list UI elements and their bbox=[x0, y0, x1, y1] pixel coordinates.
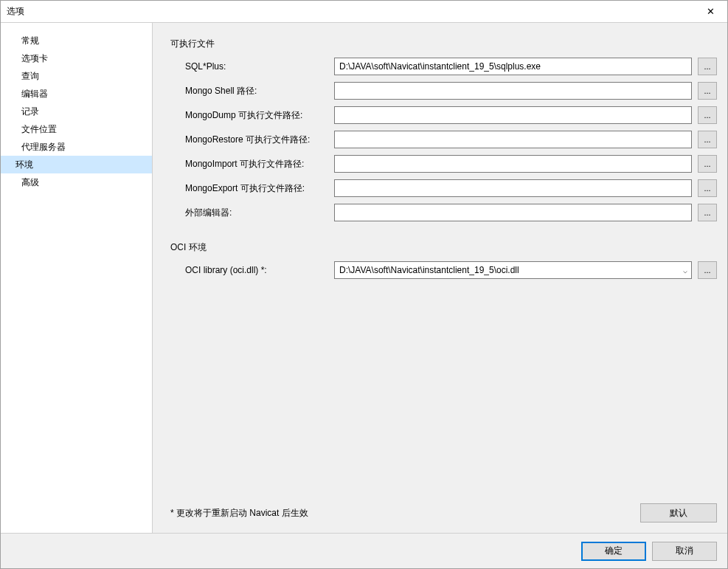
field-row-mongo-shell: Mongo Shell 路径: ... bbox=[170, 82, 717, 100]
section-title-oci: OCI 环境 bbox=[170, 241, 717, 254]
select-oci-library[interactable] bbox=[334, 261, 692, 279]
field-row-mongorestore: MongoRestore 可执行文件路径: ... bbox=[170, 131, 717, 148]
dialog-body: 常规 选项卡 查询 编辑器 记录 文件位置 代理服务器 环境 高级 可执行文件 … bbox=[1, 23, 727, 533]
browse-button-mongoexport[interactable]: ... bbox=[698, 179, 717, 197]
input-mongo-shell[interactable] bbox=[334, 82, 692, 100]
close-icon: ✕ bbox=[707, 6, 715, 17]
browse-button-external-editor[interactable]: ... bbox=[698, 204, 717, 221]
sidebar-item-general[interactable]: 常规 bbox=[1, 32, 152, 49]
field-row-mongoexport: MongoExport 可执行文件路径: ... bbox=[170, 179, 717, 197]
input-mongorestore[interactable] bbox=[334, 131, 692, 148]
restart-notice: * 更改将于重新启动 Navicat 后生效 bbox=[170, 507, 308, 520]
field-row-oci-library: OCI library (oci.dll) *: ⌵ ... bbox=[170, 261, 717, 279]
sidebar-item-query[interactable]: 查询 bbox=[1, 67, 152, 85]
input-sqlplus[interactable] bbox=[334, 58, 692, 75]
label-oci-library: OCI library (oci.dll) *: bbox=[170, 265, 334, 275]
sidebar-item-editor[interactable]: 编辑器 bbox=[1, 85, 152, 103]
label-mongorestore: MongoRestore 可执行文件路径: bbox=[170, 134, 334, 146]
options-dialog: 选项 ✕ 常规 选项卡 查询 编辑器 记录 文件位置 代理服务器 环境 高级 可… bbox=[0, 0, 728, 569]
sidebar-item-environment[interactable]: 环境 bbox=[1, 156, 152, 173]
bottom-area: * 更改将于重新启动 Navicat 后生效 默认 bbox=[153, 503, 727, 533]
label-mongoexport: MongoExport 可执行文件路径: bbox=[170, 182, 334, 195]
input-mongoimport[interactable] bbox=[334, 155, 692, 173]
sidebar-item-advanced[interactable]: 高级 bbox=[1, 173, 152, 191]
browse-button-sqlplus[interactable]: ... bbox=[698, 58, 717, 75]
browse-button-oci-library[interactable]: ... bbox=[698, 261, 717, 279]
browse-button-mongo-shell[interactable]: ... bbox=[698, 82, 717, 100]
dialog-footer: 确定 取消 bbox=[1, 533, 727, 568]
sidebar: 常规 选项卡 查询 编辑器 记录 文件位置 代理服务器 环境 高级 bbox=[1, 23, 153, 533]
window-title: 选项 bbox=[7, 5, 24, 18]
main-panel: 可执行文件 SQL*Plus: ... Mongo Shell 路径: ... … bbox=[153, 23, 727, 533]
label-external-editor: 外部编辑器: bbox=[170, 207, 334, 219]
field-row-mongodump: MongoDump 可执行文件路径: ... bbox=[170, 106, 717, 124]
ok-button[interactable]: 确定 bbox=[581, 542, 646, 561]
browse-button-mongoimport[interactable]: ... bbox=[698, 155, 717, 173]
sidebar-item-file-locations[interactable]: 文件位置 bbox=[1, 120, 152, 138]
default-button[interactable]: 默认 bbox=[640, 503, 717, 523]
sidebar-item-records[interactable]: 记录 bbox=[1, 103, 152, 120]
field-row-sqlplus: SQL*Plus: ... bbox=[170, 58, 717, 75]
field-row-mongoimport: MongoImport 可执行文件路径: ... bbox=[170, 155, 717, 173]
input-mongoexport[interactable] bbox=[334, 179, 692, 197]
browse-button-mongorestore[interactable]: ... bbox=[698, 131, 717, 148]
titlebar: 选项 ✕ bbox=[1, 1, 727, 23]
input-external-editor[interactable] bbox=[334, 204, 692, 221]
sidebar-item-tabs[interactable]: 选项卡 bbox=[1, 49, 152, 67]
label-mongodump: MongoDump 可执行文件路径: bbox=[170, 109, 334, 122]
label-sqlplus: SQL*Plus: bbox=[170, 61, 334, 72]
section-title-executables: 可执行文件 bbox=[170, 38, 717, 50]
cancel-button[interactable]: 取消 bbox=[652, 542, 717, 561]
input-mongodump[interactable] bbox=[334, 106, 692, 124]
browse-button-mongodump[interactable]: ... bbox=[698, 106, 717, 124]
label-mongoimport: MongoImport 可执行文件路径: bbox=[170, 158, 334, 170]
close-button[interactable]: ✕ bbox=[694, 1, 727, 22]
label-mongo-shell: Mongo Shell 路径: bbox=[170, 85, 334, 97]
field-row-external-editor: 外部编辑器: ... bbox=[170, 204, 717, 221]
sidebar-item-proxy[interactable]: 代理服务器 bbox=[1, 138, 152, 156]
content-area: 可执行文件 SQL*Plus: ... Mongo Shell 路径: ... … bbox=[153, 23, 727, 503]
